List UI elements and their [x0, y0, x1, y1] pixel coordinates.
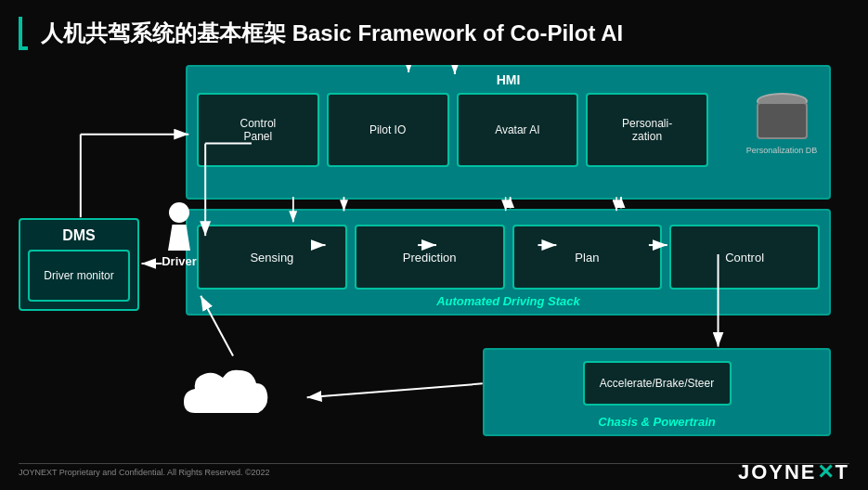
- driver-figure: Driver: [156, 202, 202, 268]
- driver-label: Driver: [156, 254, 202, 268]
- personalization-db: Personalization DB: [749, 93, 814, 158]
- hmi-box-avatar-ai: Avatar AI: [457, 93, 579, 167]
- hmi-boxes: ControlPanel Pilot IO Avatar AI Personal…: [197, 93, 708, 167]
- db-cylinder: [757, 93, 808, 144]
- cloud-icon: [176, 357, 288, 432]
- hmi-box-personalization: Personali-zation: [586, 93, 708, 167]
- cpt-label: Chasis & Powertrain: [598, 415, 715, 429]
- title-english: Basic Framework of Co-Pilot AI: [292, 20, 624, 45]
- ads-label: Automated Driving Stack: [436, 294, 580, 308]
- footer-logo-x: ✕: [817, 460, 836, 484]
- main-diagram: HMI ControlPanel Pilot IO Avatar AI Pers…: [19, 65, 849, 453]
- title-bracket: [19, 17, 28, 50]
- ads-box-control: Control: [669, 225, 820, 290]
- cpt-region: Accelerate/Brake/Steer Chasis & Powertra…: [483, 348, 831, 436]
- driver-head: [169, 202, 189, 223]
- dms-title: DMS: [20, 227, 137, 244]
- hmi-box-control-panel: ControlPanel: [197, 93, 319, 167]
- db-label: Personalization DB: [746, 146, 818, 155]
- footer-logo: JOYNE✕T: [738, 460, 849, 484]
- ads-box-prediction: Prediction: [355, 225, 505, 290]
- footer-copyright: JOYNEXT Proprietary and Confidential. Al…: [19, 468, 270, 477]
- page-title: 人机共驾系统的基本框架 Basic Framework of Co-Pilot …: [41, 19, 623, 48]
- dms-inner: Driver monitor: [28, 250, 130, 302]
- cpt-box: Accelerate/Brake/Steer: [583, 361, 732, 406]
- title-area: 人机共驾系统的基本框架 Basic Framework of Co-Pilot …: [19, 17, 623, 50]
- footer: JOYNEXT Proprietary and Confidential. Al…: [19, 460, 849, 484]
- db-body: [757, 102, 808, 139]
- hmi-region: HMI ControlPanel Pilot IO Avatar AI Pers…: [186, 65, 831, 200]
- svg-line-3: [307, 383, 483, 397]
- driver-body: [165, 225, 193, 251]
- dms-region: DMS Driver monitor: [19, 218, 139, 311]
- ads-box-plan: Plan: [512, 225, 663, 290]
- ads-region: Sensing Prediction Plan Control Automate…: [186, 209, 831, 316]
- ads-boxes: Sensing Prediction Plan Control: [197, 225, 820, 290]
- ads-box-sensing: Sensing: [197, 225, 347, 290]
- hmi-box-pilot-io: Pilot IO: [327, 93, 449, 167]
- hmi-label: HMI: [497, 72, 521, 87]
- title-chinese: 人机共驾系统的基本框架: [41, 20, 286, 45]
